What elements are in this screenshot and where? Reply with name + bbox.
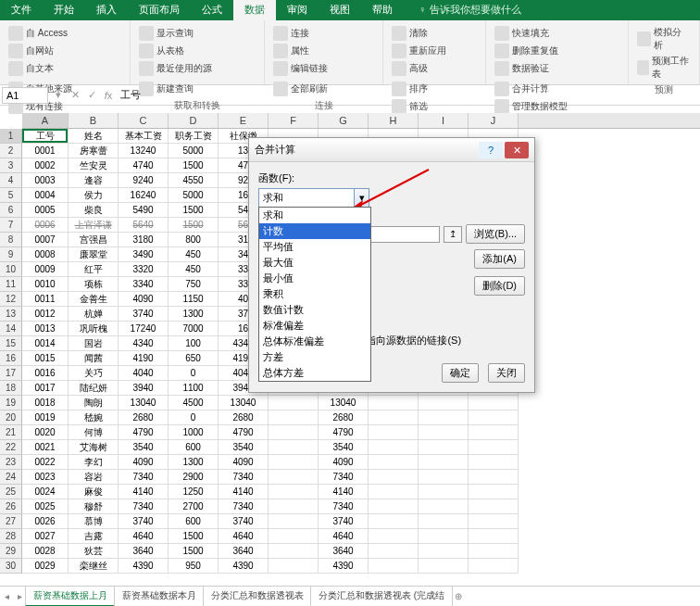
- cell[interactable]: [269, 425, 319, 440]
- cell[interactable]: [269, 559, 319, 574]
- cell[interactable]: [269, 529, 319, 544]
- cell[interactable]: 750: [169, 277, 219, 292]
- cell[interactable]: 7340: [219, 470, 269, 485]
- cell[interactable]: 600: [169, 514, 219, 529]
- cell[interactable]: 13040: [119, 396, 169, 410]
- cell[interactable]: 4790: [219, 425, 269, 440]
- cell[interactable]: 5000: [169, 144, 219, 158]
- cell[interactable]: 职务工资: [169, 129, 219, 144]
- cell[interactable]: 1500: [169, 158, 219, 173]
- cell[interactable]: [419, 440, 469, 455]
- row-header[interactable]: 1: [0, 129, 22, 144]
- row-header[interactable]: 5: [0, 188, 22, 203]
- cell[interactable]: 7340: [319, 470, 369, 485]
- row-header[interactable]: 7: [0, 218, 22, 233]
- ribbon-cmd[interactable]: 最近使用的源: [136, 60, 215, 77]
- cell[interactable]: 3940: [119, 381, 169, 396]
- sheet-tab[interactable]: 薪资基础数据上月: [25, 586, 116, 606]
- cell[interactable]: 3540: [219, 440, 269, 455]
- row-header[interactable]: 4: [0, 173, 22, 188]
- row-header[interactable]: 29: [0, 544, 22, 559]
- help-icon[interactable]: ?: [479, 142, 503, 158]
- cell[interactable]: [419, 455, 469, 470]
- row-header[interactable]: 21: [0, 425, 22, 440]
- ribbon-cmd[interactable]: 重新应用: [389, 43, 449, 59]
- row-header[interactable]: 28: [0, 529, 22, 544]
- cell[interactable]: 0027: [22, 529, 69, 544]
- ribbon-cmd[interactable]: 编辑链接: [270, 60, 331, 77]
- cell[interactable]: 1150: [169, 292, 219, 307]
- cell[interactable]: 3740: [119, 514, 169, 529]
- col-header[interactable]: B: [69, 113, 119, 128]
- range-picker-icon[interactable]: ↥: [444, 226, 462, 243]
- cell[interactable]: 4390: [219, 559, 269, 574]
- name-box[interactable]: [2, 87, 48, 104]
- cell[interactable]: 国岩: [69, 336, 119, 351]
- cell[interactable]: 0006: [22, 218, 69, 233]
- cell[interactable]: 100: [169, 336, 219, 351]
- row-header[interactable]: 24: [0, 470, 22, 485]
- cell[interactable]: [269, 470, 319, 485]
- cell[interactable]: [269, 440, 319, 455]
- cell[interactable]: 0: [169, 366, 219, 381]
- cell[interactable]: 800: [169, 233, 219, 247]
- row-header[interactable]: 12: [0, 292, 22, 307]
- cell[interactable]: 2700: [169, 499, 219, 514]
- cell[interactable]: 3740: [219, 514, 269, 529]
- row-header[interactable]: 16: [0, 351, 22, 366]
- cell[interactable]: [269, 455, 319, 470]
- cell[interactable]: 4740: [119, 158, 169, 173]
- row-header[interactable]: 26: [0, 499, 22, 514]
- cell[interactable]: 4640: [119, 529, 169, 544]
- cell[interactable]: 4790: [319, 425, 369, 440]
- cell[interactable]: 0: [169, 410, 219, 425]
- row-header[interactable]: 14: [0, 322, 22, 336]
- cell[interactable]: 1500: [169, 529, 219, 544]
- cell[interactable]: [269, 499, 319, 514]
- cell[interactable]: [369, 410, 419, 425]
- cell[interactable]: 0011: [22, 292, 69, 307]
- cell[interactable]: 7000: [169, 322, 219, 336]
- tab-审阅[interactable]: 审阅: [276, 0, 319, 20]
- row-header[interactable]: 6: [0, 203, 22, 218]
- cell[interactable]: 3640: [219, 544, 269, 559]
- cell[interactable]: 4190: [119, 351, 169, 366]
- ribbon-cmd[interactable]: 自文本: [6, 60, 70, 77]
- ribbon-cmd[interactable]: 清除: [389, 25, 449, 42]
- col-header[interactable]: D: [169, 113, 219, 128]
- cell[interactable]: 闻茜: [69, 351, 119, 366]
- cell[interactable]: 0018: [22, 396, 69, 410]
- cell[interactable]: [469, 529, 519, 544]
- cell[interactable]: 3740: [119, 307, 169, 322]
- col-header[interactable]: A: [22, 113, 69, 128]
- cell[interactable]: 0002: [22, 158, 69, 173]
- cell[interactable]: 艾海树: [69, 440, 119, 455]
- cell[interactable]: [419, 514, 469, 529]
- cell[interactable]: [369, 425, 419, 440]
- cell[interactable]: 0003: [22, 173, 69, 188]
- cell[interactable]: 1500: [169, 203, 219, 218]
- cell[interactable]: 3340: [119, 277, 169, 292]
- cell[interactable]: 吉露: [69, 529, 119, 544]
- dropdown-item[interactable]: 总体标准偏差: [259, 334, 370, 349]
- cell[interactable]: 450: [169, 247, 219, 262]
- cell[interactable]: 李幻: [69, 455, 119, 470]
- cell[interactable]: 0020: [22, 425, 69, 440]
- cell[interactable]: 0013: [22, 322, 69, 336]
- sheet-nav-first[interactable]: ◂: [0, 591, 13, 601]
- cell[interactable]: [419, 529, 469, 544]
- row-header[interactable]: 19: [0, 396, 22, 410]
- cell[interactable]: [269, 544, 319, 559]
- cell[interactable]: [369, 485, 419, 499]
- cell[interactable]: [419, 559, 469, 574]
- row-header[interactable]: 30: [0, 559, 22, 574]
- cell[interactable]: [369, 470, 419, 485]
- cell[interactable]: [469, 499, 519, 514]
- row-header[interactable]: 3: [0, 158, 22, 173]
- cell[interactable]: [369, 499, 419, 514]
- dropdown-item[interactable]: 乘积: [259, 286, 370, 302]
- close-button[interactable]: 关闭: [488, 363, 525, 383]
- cell[interactable]: [419, 485, 469, 499]
- cell[interactable]: 0029: [22, 559, 69, 574]
- ribbon-cmd[interactable]: 模拟分析: [634, 25, 694, 53]
